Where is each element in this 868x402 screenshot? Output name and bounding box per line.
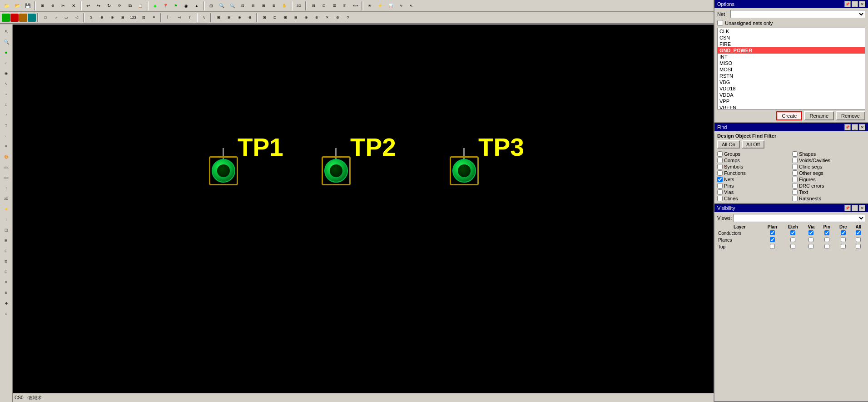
- sun-btn[interactable]: ☀: [365, 1, 375, 11]
- all-on-btn[interactable]: All On: [717, 140, 740, 149]
- paste-btn[interactable]: 📋: [135, 1, 145, 11]
- 3d-btn[interactable]: 3D: [294, 1, 304, 11]
- sb-tools3[interactable]: ⊠: [1, 256, 11, 266]
- cb-other-segs[interactable]: [792, 170, 798, 176]
- layer-plan-cb[interactable]: [770, 237, 775, 242]
- r5[interactable]: □: [40, 13, 50, 23]
- r14[interactable]: ⊡: [139, 13, 149, 23]
- pan-btn[interactable]: ✋: [279, 1, 289, 11]
- sb-tools1[interactable]: ⊞: [1, 235, 11, 245]
- layer-drc-cb[interactable]: [841, 244, 846, 249]
- net-list-item[interactable]: MOSI: [718, 66, 865, 73]
- net-list-item[interactable]: GND_POWER: [718, 47, 865, 54]
- sb-text[interactable]: T: [1, 120, 11, 130]
- sb-net[interactable]: ∿: [1, 79, 11, 89]
- r10[interactable]: ⊕: [97, 13, 107, 23]
- cb-voids-cavities[interactable]: [792, 158, 798, 163]
- r18[interactable]: ⊤: [184, 13, 194, 23]
- r12[interactable]: ⊞: [118, 13, 128, 23]
- drc-btn[interactable]: ⚡: [375, 1, 385, 11]
- cursor-btn[interactable]: ↖: [407, 1, 417, 11]
- copy-btn[interactable]: ⧉: [125, 1, 135, 11]
- cb-figures[interactable]: [792, 177, 798, 182]
- find-close-btn[interactable]: ✕: [859, 124, 865, 130]
- sb-measure[interactable]: ↕: [1, 183, 11, 193]
- net-list-item[interactable]: RSTN: [718, 73, 865, 79]
- visibility-close-btn[interactable]: ✕: [859, 205, 865, 211]
- sb-tools4[interactable]: ⊡: [1, 267, 11, 277]
- r26[interactable]: ⊞: [280, 13, 290, 23]
- cb-text[interactable]: [792, 189, 798, 195]
- layer-via-cb[interactable]: [808, 230, 813, 235]
- options-pin-btn[interactable]: 📌: [844, 1, 851, 7]
- cb-drc-errors[interactable]: [792, 183, 798, 189]
- db1-btn[interactable]: ⊟: [308, 1, 318, 11]
- signal-btn[interactable]: ∿: [396, 1, 406, 11]
- sb-tools2[interactable]: ⊟: [1, 246, 11, 256]
- zoom-fit-btn[interactable]: ⊡: [238, 1, 248, 11]
- net-list-item[interactable]: VPP: [718, 98, 865, 104]
- r15[interactable]: ≡: [149, 13, 159, 23]
- sb-place[interactable]: ◫: [1, 225, 11, 235]
- layer-via-cb[interactable]: [808, 244, 813, 249]
- r11[interactable]: ⊗: [107, 13, 117, 23]
- net-list-item[interactable]: FIRE: [718, 41, 865, 47]
- cb-pins[interactable]: [717, 183, 723, 189]
- db3-btn[interactable]: ☰: [329, 1, 339, 11]
- layer-plan-cb[interactable]: [770, 244, 775, 249]
- r8[interactable]: ◁: [72, 13, 82, 23]
- cb-clines[interactable]: [717, 196, 723, 201]
- flag-btn[interactable]: ⚑: [171, 1, 181, 11]
- sb-shape[interactable]: □: [1, 99, 11, 109]
- visibility-min-btn[interactable]: _: [852, 205, 858, 211]
- options-min-btn[interactable]: _: [852, 1, 858, 7]
- net-list[interactable]: CLKCSNFIREGND_POWERINTMISOMOSIRSTNVBGVDD…: [717, 28, 865, 109]
- redo-btn[interactable]: ↪: [94, 1, 104, 11]
- db2-btn[interactable]: ⊡: [319, 1, 329, 11]
- r1[interactable]: [2, 14, 10, 22]
- visibility-pin-btn[interactable]: 📌: [844, 205, 851, 211]
- r28[interactable]: ⊗: [301, 13, 311, 23]
- marker-btn[interactable]: ▲: [192, 1, 202, 11]
- sb-3d[interactable]: 3D: [1, 194, 11, 203]
- sb-layer[interactable]: ≡: [1, 141, 11, 151]
- sb-color[interactable]: 🎨: [1, 152, 11, 162]
- r21[interactable]: ⊟: [224, 13, 234, 23]
- sb-abc2[interactable]: abc: [1, 173, 11, 183]
- sb-dim[interactable]: ↔: [1, 131, 11, 141]
- r2[interactable]: [10, 14, 19, 22]
- r20[interactable]: ⊞: [213, 13, 223, 23]
- zoom-in-btn[interactable]: 🔍: [217, 1, 227, 11]
- unassigned-checkbox[interactable]: [717, 20, 723, 26]
- spread-btn[interactable]: ⟺: [350, 1, 360, 11]
- cb-vias[interactable]: [717, 189, 723, 195]
- delete-btn[interactable]: ✕: [69, 1, 79, 11]
- cut-btn[interactable]: ✂: [58, 1, 68, 11]
- layer-all-cb[interactable]: [856, 230, 861, 235]
- layer-drc-cb[interactable]: [841, 237, 846, 242]
- r6[interactable]: ○: [51, 13, 61, 23]
- r24[interactable]: ⊠: [259, 13, 269, 23]
- net-list-item[interactable]: MISO: [718, 60, 865, 66]
- sb-tools7[interactable]: ◆: [1, 298, 11, 308]
- sb-select[interactable]: ↖: [1, 26, 11, 36]
- sb-icd[interactable]: ■: [1, 47, 11, 57]
- r23[interactable]: ⊕: [245, 13, 255, 23]
- zoom-window-btn[interactable]: ⊞: [206, 1, 216, 11]
- sb-via[interactable]: ◉: [1, 68, 11, 78]
- cb-cline-segs[interactable]: [792, 164, 798, 169]
- cb-shapes[interactable]: [792, 151, 798, 157]
- cb-ratsnests[interactable]: [792, 196, 798, 201]
- sb-route[interactable]: ⌐: [1, 58, 11, 68]
- layer-etch-cb[interactable]: [790, 244, 795, 249]
- save-btn[interactable]: 💾: [23, 1, 33, 11]
- grid-btn[interactable]: ⊞: [37, 1, 47, 11]
- sb-tools6[interactable]: ⊗: [1, 288, 11, 298]
- cb-groups[interactable]: [717, 151, 723, 157]
- net-dropdown[interactable]: [730, 10, 865, 18]
- chart-btn[interactable]: 📊: [386, 1, 396, 11]
- layer-pin-cb[interactable]: [824, 230, 829, 235]
- find-min-btn[interactable]: _: [852, 124, 858, 130]
- views-dropdown[interactable]: [734, 214, 865, 222]
- find-pin-btn[interactable]: 📌: [844, 124, 851, 130]
